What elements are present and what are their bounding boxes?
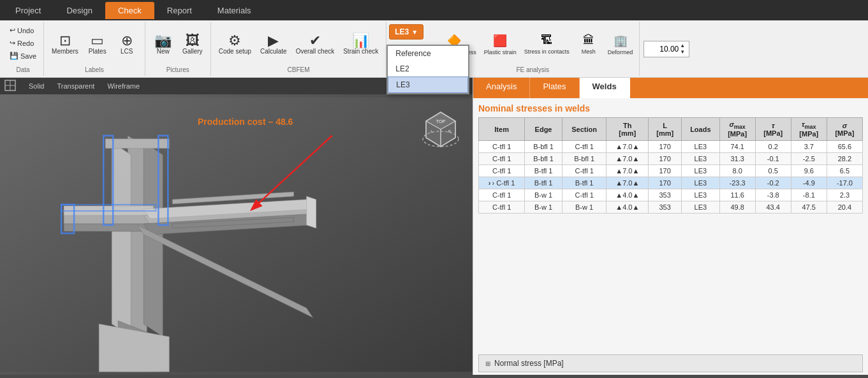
le3-option-le2[interactable]: LE2 <box>388 61 468 76</box>
table-cell: -17.0 <box>827 177 862 189</box>
table-section: Nominal stresses in welds Item Edge Sect… <box>473 98 868 352</box>
le3-option-reference[interactable]: Reference <box>388 46 468 61</box>
plastic-strain-button[interactable]: 🟥 Plastic strain <box>482 33 519 57</box>
new-picture-button[interactable]: 📷 New <box>149 31 177 58</box>
mesh-button[interactable]: 🏛 Mesh <box>575 33 603 57</box>
tabs: Analysis Plates Welds <box>473 78 868 98</box>
table-row[interactable]: C-tfl 1B-w 1C-tfl 1▲4.0▲353LE311.6-3.8-8… <box>479 189 863 201</box>
tab-welds[interactable]: Welds <box>580 78 630 98</box>
table-cell: 49.8 <box>719 201 755 214</box>
number-increment[interactable]: ▲ <box>679 43 686 49</box>
right-panel: Analysis Plates Welds Nominal stresses i… <box>473 78 868 375</box>
data-group-label: Data <box>6 65 40 73</box>
menu-check[interactable]: Check <box>105 2 154 19</box>
table-cell: -0.2 <box>755 177 791 189</box>
table-cell: ▲7.0▲ <box>607 177 649 189</box>
plastic-strain-icon: 🟥 <box>493 34 507 48</box>
cube-navigator[interactable]: TOP R L <box>418 107 463 154</box>
deformed-button[interactable]: 🏢 Deformed <box>605 33 636 57</box>
table-cell: 11.6 <box>719 189 755 201</box>
table-cell: 170 <box>649 153 682 165</box>
tab-plates[interactable]: Plates <box>530 78 579 98</box>
svg-marker-5 <box>112 142 131 337</box>
strain-check-button[interactable]: 📊 Strain check <box>339 31 382 58</box>
viewport[interactable]: Solid Transparent Wireframe <box>0 78 473 375</box>
labels-buttons: ⊡ Members ▭ Plates ⊕ LCS <box>48 24 141 65</box>
number-decrement[interactable]: ▼ <box>679 49 686 55</box>
table-cell: B-bfl 1 <box>562 153 607 165</box>
menu-design[interactable]: Design <box>54 2 105 19</box>
table-cell: 353 <box>649 201 682 214</box>
table-cell: -2.5 <box>791 153 827 165</box>
calculate-button[interactable]: ▶ Calculate <box>256 31 291 58</box>
table-cell: 8.0 <box>719 165 755 177</box>
structural-model-svg <box>0 94 473 375</box>
table-cell: 47.5 <box>791 201 827 214</box>
viewport-transparent-btn[interactable]: Transparent <box>51 80 100 92</box>
table-cell: 0.2 <box>755 141 791 153</box>
table-cell: C-tfl 1 <box>562 189 607 201</box>
table-cell: C-tfl 1 <box>479 141 525 153</box>
col-section: Section <box>562 118 607 141</box>
ribbon-labels-group: ⊡ Members ▭ Plates ⊕ LCS Labels <box>44 22 145 76</box>
table-cell: B-tfl 1 <box>562 177 607 189</box>
table-cell: C-tfl 1 <box>479 165 525 177</box>
plates-button[interactable]: ▭ Plates <box>84 31 112 58</box>
number-input[interactable]: ▲ ▼ <box>644 41 689 57</box>
main-content: Solid Transparent Wireframe <box>0 78 868 375</box>
le3-dropdown-popup: Reference LE2 LE3 <box>386 45 469 94</box>
gallery-button[interactable]: 🖼 Gallery <box>179 31 207 58</box>
menu-project[interactable]: Project <box>3 2 54 19</box>
viewport-solid-btn[interactable]: Solid <box>23 80 50 92</box>
table-cell: -4.9 <box>791 177 827 189</box>
table-cell: LE3 <box>682 165 719 177</box>
menu-report[interactable]: Report <box>154 2 205 19</box>
members-button[interactable]: ⊡ Members <box>48 31 82 58</box>
pictures-buttons: 📷 New 🖼 Gallery <box>149 24 207 65</box>
table-cell: -8.1 <box>791 189 827 201</box>
pictures-group-label: Pictures <box>166 65 189 73</box>
svg-marker-7 <box>105 139 169 149</box>
table-cell: › C-tfl 1 <box>479 177 525 189</box>
save-icon: 💾 <box>10 52 18 60</box>
table-cell: C-tfl 1 <box>562 141 607 153</box>
table-cell: LE3 <box>682 189 719 201</box>
table-cell: 2.3 <box>827 189 862 201</box>
table-row[interactable]: C-tfl 1B-w 1B-w 1▲4.0▲353LE349.843.447.5… <box>479 201 863 214</box>
number-input-field[interactable] <box>647 45 679 54</box>
undo-button[interactable]: ↩ Undo <box>6 24 40 36</box>
redo-icon: ↪ <box>10 39 15 47</box>
table-cell: C-tfl 1 <box>479 153 525 165</box>
model-background: Production cost – 48.6 TOP R <box>0 94 473 375</box>
overall-check-button[interactable]: ✔ Overall check <box>292 31 339 58</box>
code-setup-button[interactable]: ⚙ Code setup <box>215 31 255 58</box>
table-cell: B-bfl 1 <box>525 141 563 153</box>
ribbon-cbfem-group: ⚙ Code setup ▶ Calculate ✔ Overall check… <box>211 22 386 76</box>
table-cell: 20.4 <box>827 201 862 214</box>
le3-dropdown-button[interactable]: LE3 ▼ <box>389 24 423 40</box>
gallery-icon: 🖼 <box>186 34 200 48</box>
col-l: L[mm] <box>649 118 682 141</box>
viewport-wireframe-btn[interactable]: Wireframe <box>101 80 145 92</box>
table-cell: 170 <box>649 165 682 177</box>
tab-analysis[interactable]: Analysis <box>473 78 530 98</box>
table-cell: 65.6 <box>827 141 862 153</box>
table-row[interactable]: C-tfl 1B-bfl 1B-bfl 1▲7.0▲170LE331.3-0.1… <box>479 153 863 165</box>
table-cell: ▲4.0▲ <box>607 201 649 214</box>
le3-option-le3[interactable]: LE3 <box>388 76 468 93</box>
table-cell: C-tfl 1 <box>562 165 607 177</box>
table-cell: B-w 1 <box>525 189 563 201</box>
table-cell: LE3 <box>682 153 719 165</box>
table-row[interactable]: C-tfl 1B-tfl 1C-tfl 1▲7.0▲170LE38.00.59.… <box>479 165 863 177</box>
calculate-icon: ▶ <box>268 34 279 48</box>
table-row[interactable]: C-tfl 1B-bfl 1C-tfl 1▲7.0▲170LE374.10.23… <box>479 141 863 153</box>
normal-stress-bar[interactable]: ⊞ Normal stress [MPa] <box>478 354 863 372</box>
table-cell: 170 <box>649 141 682 153</box>
stress-contacts-button[interactable]: 🏗 Stress in contacts <box>522 33 572 57</box>
redo-button[interactable]: ↪ Redo <box>6 37 40 49</box>
save-button[interactable]: 💾 Save <box>6 50 40 62</box>
table-row[interactable]: › C-tfl 1B-tfl 1B-tfl 1▲7.0▲170LE3-23.3-… <box>479 177 863 189</box>
table-cell: -0.1 <box>755 153 791 165</box>
lcs-button[interactable]: ⊕ LCS <box>113 31 141 58</box>
menu-materials[interactable]: Materials <box>205 2 264 19</box>
